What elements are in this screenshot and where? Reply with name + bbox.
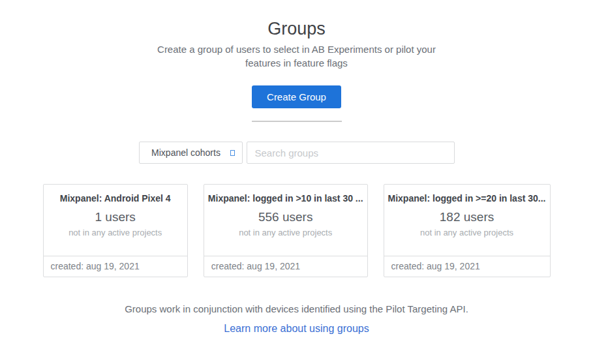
page-subtitle: Create a group of users to select in AB …	[157, 42, 437, 70]
group-title: Mixpanel: logged in >10 in last 30 ...	[204, 193, 367, 204]
group-projects-status: not in any active projects	[204, 228, 367, 237]
group-created-date: created: aug 19, 2021	[204, 256, 367, 277]
cohort-dropdown-value: Mixpanel cohorts	[151, 147, 230, 158]
group-card-body: Mixpanel: logged in >=20 in last 30... 1…	[384, 185, 550, 256]
groups-page: Groups Create a group of users to select…	[0, 0, 593, 335]
create-group-button[interactable]: Create Group	[252, 85, 341, 108]
group-title: Mixpanel: Android Pixel 4	[44, 193, 187, 204]
group-card-list: Mixpanel: Android Pixel 4 1 users not in…	[43, 184, 551, 277]
dropdown-indicator-icon	[230, 150, 235, 156]
section-divider	[252, 121, 342, 122]
cohort-source-dropdown[interactable]: Mixpanel cohorts	[139, 142, 243, 164]
group-card[interactable]: Mixpanel: logged in >10 in last 30 ... 5…	[204, 184, 368, 277]
group-projects-status: not in any active projects	[44, 228, 187, 237]
page-title: Groups	[0, 0, 593, 39]
group-projects-status: not in any active projects	[384, 228, 550, 237]
search-groups-input[interactable]	[247, 142, 455, 164]
group-card-body: Mixpanel: Android Pixel 4 1 users not in…	[44, 185, 187, 256]
learn-more-link[interactable]: Learn more about using groups	[224, 323, 369, 335]
group-created-date: created: aug 19, 2021	[44, 256, 187, 277]
group-title: Mixpanel: logged in >=20 in last 30...	[384, 193, 550, 204]
group-card-body: Mixpanel: logged in >10 in last 30 ... 5…	[204, 185, 367, 256]
group-user-count: 182 users	[384, 210, 550, 224]
group-card[interactable]: Mixpanel: logged in >=20 in last 30... 1…	[384, 184, 551, 277]
group-created-date: created: aug 19, 2021	[384, 256, 550, 277]
group-user-count: 1 users	[44, 210, 187, 224]
filter-controls: Mixpanel cohorts	[0, 142, 593, 164]
group-card[interactable]: Mixpanel: Android Pixel 4 1 users not in…	[43, 184, 188, 277]
group-user-count: 556 users	[204, 210, 367, 224]
groups-info-text: Groups work in conjunction with devices …	[0, 303, 593, 314]
